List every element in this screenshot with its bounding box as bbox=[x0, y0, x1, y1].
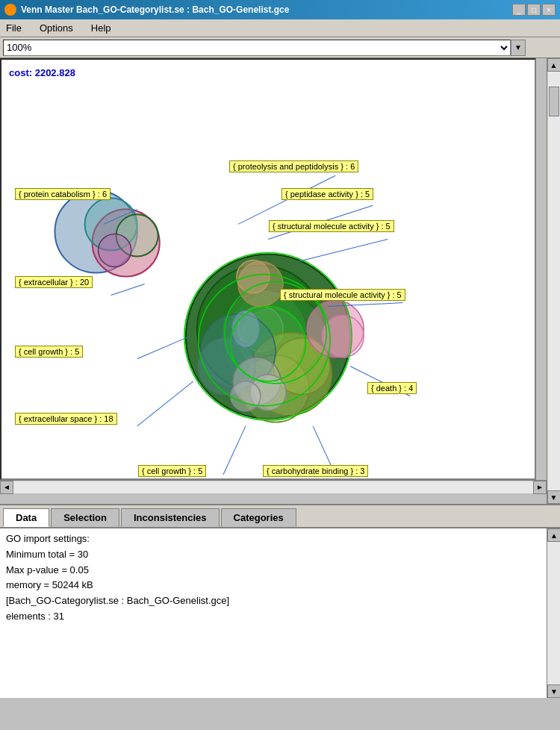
toolbar: 100% 75% 125% 150% ▼ bbox=[0, 37, 560, 58]
svg-line-26 bbox=[298, 239, 388, 261]
tabs-bar: Data Selection Inconsistencies Categorie… bbox=[0, 505, 560, 528]
label-structural-top[interactable]: { structural molecule activity } : 5 bbox=[269, 220, 394, 232]
label-cell-growth-bottom[interactable]: { cell growth } : 5 bbox=[138, 465, 206, 477]
svg-line-29 bbox=[111, 284, 145, 296]
label-extracellular-space[interactable]: { extracellular space } : 18 bbox=[15, 413, 117, 425]
svg-point-18 bbox=[231, 381, 261, 411]
tab-inconsistencies[interactable]: Inconsistencies bbox=[121, 508, 220, 527]
label-death[interactable]: { death } : 4 bbox=[367, 382, 417, 394]
data-line-5: [Bach_GO-Categorylist.se : Bach_GO-Genel… bbox=[6, 593, 541, 609]
text-scroll-track bbox=[547, 542, 560, 684]
label-cell-growth-left[interactable]: { cell growth } : 5 bbox=[15, 346, 83, 358]
svg-point-20 bbox=[322, 316, 364, 358]
label-peptidase[interactable]: { peptidase activity } : 5 bbox=[281, 188, 373, 200]
data-line-2: Minimum total = 30 bbox=[6, 547, 541, 563]
close-button[interactable]: × bbox=[542, 4, 556, 16]
zoom-dropdown-arrow[interactable]: ▼ bbox=[511, 40, 526, 56]
scroll-right-button[interactable]: ► bbox=[533, 481, 547, 494]
tab-selection[interactable]: Selection bbox=[51, 508, 119, 527]
scroll-up-button[interactable]: ▲ bbox=[547, 58, 561, 72]
label-extracellular[interactable]: { extracellular } : 20 bbox=[15, 276, 93, 288]
main-layout: cost: 2202.828 bbox=[0, 58, 560, 504]
title-bar-left: Venn Master Bach_GO-Categorylist.se : Ba… bbox=[4, 4, 289, 16]
tab-categories[interactable]: Categories bbox=[221, 508, 296, 527]
menu-help[interactable]: Help bbox=[88, 21, 114, 35]
text-scroll-up[interactable]: ▲ bbox=[547, 528, 560, 542]
data-line-1: GO import settings: bbox=[6, 531, 541, 547]
horizontal-scrollbar: ◄ ► bbox=[0, 480, 547, 493]
scroll-down-button[interactable]: ▼ bbox=[547, 490, 561, 504]
text-scroll-down[interactable]: ▼ bbox=[547, 684, 560, 698]
window-title: Venn Master Bach_GO-Categorylist.se : Ba… bbox=[21, 4, 289, 15]
tab-data[interactable]: Data bbox=[3, 508, 49, 527]
title-bar: Venn Master Bach_GO-Categorylist.se : Ba… bbox=[0, 0, 560, 19]
scroll-track-h bbox=[13, 481, 533, 493]
zoom-select[interactable]: 100% 75% 125% 150% bbox=[3, 40, 511, 56]
bottom-panel: Data Selection Inconsistencies Categorie… bbox=[0, 504, 560, 698]
svg-line-33 bbox=[223, 426, 246, 475]
data-line-6: elements : 31 bbox=[6, 609, 541, 625]
app-icon bbox=[4, 4, 16, 16]
minimize-button[interactable]: _ bbox=[512, 4, 526, 16]
canvas-area: cost: 2202.828 bbox=[0, 58, 536, 480]
menu-bar: File Options Help bbox=[0, 19, 560, 37]
scroll-left-button[interactable]: ◄ bbox=[0, 481, 13, 494]
svg-line-31 bbox=[137, 381, 193, 426]
data-line-4: memory = 50244 kB bbox=[6, 578, 541, 593]
vertical-scrollbar: ▲ ▼ bbox=[547, 58, 560, 504]
label-proteolysis[interactable]: { proteolysis and peptidolysis } : 6 bbox=[229, 160, 358, 172]
svg-point-23 bbox=[232, 311, 259, 347]
scroll-thumb-v[interactable] bbox=[549, 87, 559, 116]
label-carbohydrate[interactable]: { carbohydrate binding } : 3 bbox=[263, 465, 368, 477]
svg-point-4 bbox=[99, 234, 131, 266]
title-controls[interactable]: _ □ × bbox=[512, 4, 556, 16]
label-structural-center[interactable]: { structural molecule activity } : 5 bbox=[280, 289, 405, 301]
label-protein-catabolism[interactable]: { protein catabolism } : 6 bbox=[15, 188, 111, 200]
svg-line-30 bbox=[137, 337, 190, 359]
scroll-track-v bbox=[548, 72, 560, 490]
maximize-button[interactable]: □ bbox=[527, 4, 541, 16]
tab-content-data: GO import settings: Minimum total = 30 M… bbox=[0, 528, 547, 698]
svg-point-22 bbox=[237, 260, 270, 293]
menu-options[interactable]: Options bbox=[37, 21, 76, 35]
data-line-3: Max p-value = 0.05 bbox=[6, 563, 541, 578]
text-scrollbar-v: ▲ ▼ bbox=[547, 528, 560, 698]
canvas-wrapper: cost: 2202.828 bbox=[0, 58, 547, 504]
menu-file[interactable]: File bbox=[3, 21, 25, 35]
